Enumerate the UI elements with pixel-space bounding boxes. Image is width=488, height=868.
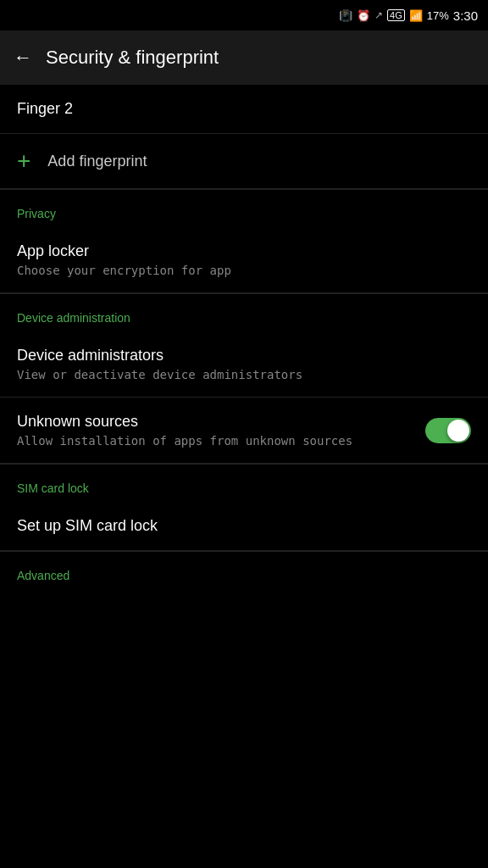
toggle-knob (447, 420, 469, 442)
header: ← Security & fingerprint (0, 31, 488, 85)
unknown-sources-text: Unknown sources Allow installation of ap… (17, 413, 425, 448)
device-administrators-subtitle: View or deactivate device administrators (17, 368, 471, 381)
add-fingerprint-row[interactable]: + Add fingerprint (0, 134, 488, 189)
section-device-admin: Device administration (0, 294, 488, 331)
signal-bars-icon: 📶 (409, 9, 423, 22)
vibrate-icon: 📳 (339, 9, 352, 22)
status-bar: 📳 ⏰ ↗ 4G 📶 17% 3:30 (0, 0, 488, 31)
network-type-icon: 4G (387, 9, 405, 21)
alarm-icon: ⏰ (357, 9, 370, 22)
sim-card-lock-title: Set up SIM card lock (17, 517, 471, 535)
unknown-sources-subtitle: Allow installation of apps from unknown … (17, 434, 412, 448)
unknown-sources-item[interactable]: Unknown sources Allow installation of ap… (0, 398, 488, 464)
app-locker-title: App locker (17, 242, 471, 260)
device-administrators-item[interactable]: Device administrators View or deactivate… (0, 331, 488, 398)
add-fingerprint-label: Add fingerprint (47, 153, 147, 170)
add-fingerprint-icon: + (17, 149, 30, 173)
status-icons: 📳 ⏰ ↗ 4G 📶 17% 3:30 (339, 8, 478, 23)
section-sim-card-lock: SIM card lock (0, 465, 488, 502)
fingerprint-item-finger2[interactable]: Finger 2 (0, 85, 488, 134)
app-locker-subtitle: Choose your encryption for app (17, 264, 471, 277)
signal-icon: ↗ (374, 9, 383, 21)
device-administrators-title: Device administrators (17, 347, 471, 364)
section-advanced: Advanced (0, 552, 488, 589)
unknown-sources-toggle[interactable] (425, 418, 471, 443)
battery-level: 17% (427, 9, 449, 22)
app-locker-item[interactable]: App locker Choose your encryption for ap… (0, 227, 488, 293)
page-title: Security & fingerprint (46, 47, 219, 69)
back-button[interactable]: ← (14, 47, 32, 69)
section-privacy: Privacy (0, 190, 488, 227)
unknown-sources-title: Unknown sources (17, 413, 412, 431)
sim-card-lock-item[interactable]: Set up SIM card lock (0, 502, 488, 551)
status-time: 3:30 (453, 8, 478, 23)
fingerprint-item-title: Finger 2 (17, 100, 471, 118)
